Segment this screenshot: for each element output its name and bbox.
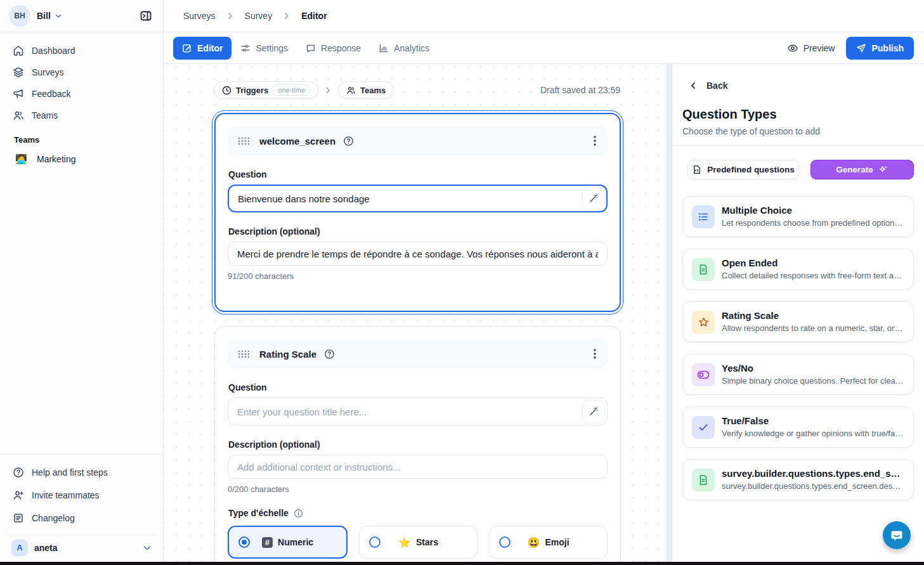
tab-response[interactable]: Response bbox=[297, 37, 370, 60]
survey-editor-app: BH Bill Dashboard Surveys bbox=[0, 0, 924, 565]
question-type-true-false[interactable]: True/False Verify knowledge or gather op… bbox=[682, 406, 914, 448]
scale-type-label-text: Type d'échelle bbox=[228, 508, 289, 518]
panel-subtitle: Choose the type of question to add bbox=[682, 126, 924, 136]
magic-wand-button[interactable] bbox=[582, 400, 605, 423]
triggers-chip[interactable]: Triggers one-time bbox=[214, 81, 318, 99]
sidebar-footer: Help and first steps Invite teammates Ch… bbox=[0, 454, 163, 565]
question-type-description: Let respondents choose from predefined o… bbox=[722, 218, 904, 228]
char-count: 0/200 characters bbox=[228, 484, 608, 494]
predefined-questions-button[interactable]: Predefined questions bbox=[687, 160, 799, 179]
question-type-open-ended[interactable]: Open Ended Collect detailed responses wi… bbox=[682, 249, 914, 290]
radio-checked-icon bbox=[238, 536, 250, 548]
preview-button[interactable]: Preview bbox=[787, 42, 835, 54]
back-button[interactable]: Back bbox=[689, 81, 924, 91]
description-input[interactable] bbox=[228, 455, 608, 479]
layers-icon bbox=[13, 67, 24, 78]
question-input[interactable] bbox=[228, 398, 608, 425]
avatar[interactable]: BH bbox=[9, 5, 30, 27]
users-icon bbox=[346, 86, 356, 95]
one-time-badge: one-time bbox=[273, 84, 310, 96]
question-card-welcome-screen[interactable]: welcome_screen Question Description (opt… bbox=[214, 113, 621, 312]
eye-icon bbox=[787, 42, 798, 54]
predefined-questions-label: Predefined questions bbox=[707, 165, 794, 174]
generate-button[interactable]: Generate bbox=[810, 160, 914, 179]
home-icon bbox=[13, 45, 24, 56]
chevron-down-icon[interactable] bbox=[55, 12, 62, 20]
panel-buttons: Predefined questions Generate bbox=[687, 160, 914, 179]
kebab-menu-icon[interactable] bbox=[591, 133, 599, 148]
back-label: Back bbox=[706, 81, 727, 91]
sidebar-item-help[interactable]: Help and first steps bbox=[6, 461, 157, 484]
scale-option-numeric[interactable]: # Numeric bbox=[228, 526, 348, 559]
sidebar-item-label: Teams bbox=[32, 110, 58, 120]
help-circle-icon[interactable] bbox=[324, 349, 335, 360]
chat-launcher-button[interactable] bbox=[883, 521, 911, 549]
publish-button[interactable]: Publish bbox=[846, 37, 914, 60]
survey-canvas: Triggers one-time Teams Draft saved at 2… bbox=[164, 64, 672, 565]
user-plus-icon bbox=[13, 490, 24, 501]
generate-label: Generate bbox=[836, 165, 873, 174]
question-type-yes-no[interactable]: Yes/No Simple binary choice questions. P… bbox=[682, 354, 914, 395]
question-type-title: Rating Scale bbox=[722, 310, 904, 321]
question-type-multiple-choice[interactable]: Multiple Choice Let respondents choose f… bbox=[682, 196, 914, 237]
question-type-description: Allow respondents to rate on a numeric, … bbox=[722, 323, 904, 333]
list-icon bbox=[692, 205, 715, 228]
description-label: Description (optional) bbox=[228, 226, 608, 237]
question-types-panel: Back Question Types Choose the type of q… bbox=[672, 64, 924, 565]
document-icon bbox=[692, 469, 715, 491]
scale-type-label: Type d'échelle bbox=[228, 508, 608, 518]
chevron-right-icon bbox=[226, 11, 235, 20]
tab-settings[interactable]: Settings bbox=[231, 37, 297, 60]
file-code-icon bbox=[692, 165, 701, 174]
scale-option-label: Stars bbox=[416, 537, 438, 547]
teams-chip-label: Teams bbox=[360, 86, 386, 95]
card-header: Rating Scale bbox=[228, 339, 608, 368]
pencil-square-icon bbox=[182, 43, 192, 53]
tab-editor[interactable]: Editor bbox=[173, 37, 231, 60]
question-card-rating-scale[interactable]: Rating Scale Question Description (optio… bbox=[214, 326, 621, 565]
workspace-switcher[interactable]: A aneta bbox=[6, 535, 157, 560]
toggle-icon bbox=[692, 363, 715, 386]
scale-option-emoji[interactable]: 😃 Emoji bbox=[489, 526, 608, 559]
tab-label: Settings bbox=[256, 43, 288, 53]
breadcrumb-editor: Editor bbox=[301, 11, 327, 21]
sidebar-collapse-icon[interactable] bbox=[136, 6, 155, 25]
sidebar-item-surveys[interactable]: Surveys bbox=[6, 62, 157, 83]
sidebar-item-dashboard[interactable]: Dashboard bbox=[6, 40, 157, 62]
top-bars: Surveys Survey Editor Editor Settings Re… bbox=[164, 0, 924, 64]
info-icon bbox=[294, 509, 303, 518]
card-title: welcome_screen bbox=[259, 136, 335, 146]
sidebar: BH Bill Dashboard Surveys bbox=[0, 0, 164, 565]
triggers-chip-label: Triggers bbox=[236, 86, 268, 95]
question-type-rating-scale[interactable]: Rating Scale Allow respondents to rate o… bbox=[682, 301, 914, 342]
canvas-scrollbar[interactable] bbox=[667, 64, 672, 565]
megaphone-icon bbox=[13, 88, 24, 100]
workspace-avatar: A bbox=[11, 540, 28, 556]
kebab-menu-icon[interactable] bbox=[591, 346, 599, 361]
help-circle-icon[interactable] bbox=[343, 136, 354, 146]
sidebar-item-invite[interactable]: Invite teammates bbox=[6, 484, 157, 507]
drag-handle-icon[interactable] bbox=[238, 350, 249, 358]
question-type-description: Verify knowledge or gather opinions with… bbox=[722, 429, 904, 438]
sliders-icon bbox=[240, 43, 251, 53]
drag-handle-icon[interactable] bbox=[238, 137, 249, 145]
card-title: Rating Scale bbox=[259, 349, 316, 360]
window-bottom-edge bbox=[0, 562, 924, 565]
breadcrumb-surveys[interactable]: Surveys bbox=[183, 11, 216, 21]
tab-label: Response bbox=[321, 43, 361, 53]
sidebar-item-marketing[interactable]: 🧑‍💻 Marketing bbox=[6, 148, 157, 170]
radio-icon bbox=[369, 536, 381, 548]
sidebar-item-teams[interactable]: Teams bbox=[6, 105, 157, 126]
user-name[interactable]: Bill bbox=[37, 11, 51, 21]
scale-option-stars[interactable]: ⭐ Stars bbox=[359, 526, 478, 559]
description-input[interactable] bbox=[228, 242, 608, 266]
sidebar-item-feedback[interactable]: Feedback bbox=[6, 83, 157, 105]
magic-wand-button[interactable] bbox=[582, 187, 605, 210]
sidebar-nav: Dashboard Surveys Feedback Teams bbox=[0, 32, 163, 170]
teams-chip[interactable]: Teams bbox=[338, 81, 394, 99]
breadcrumb-survey[interactable]: Survey bbox=[245, 11, 273, 21]
tab-analytics[interactable]: Analytics bbox=[370, 37, 438, 60]
question-input[interactable] bbox=[228, 185, 608, 212]
question-type-end-screen[interactable]: survey.builder.questions.types.end_scr..… bbox=[682, 459, 914, 500]
sidebar-item-changelog[interactable]: Changelog bbox=[6, 507, 157, 529]
